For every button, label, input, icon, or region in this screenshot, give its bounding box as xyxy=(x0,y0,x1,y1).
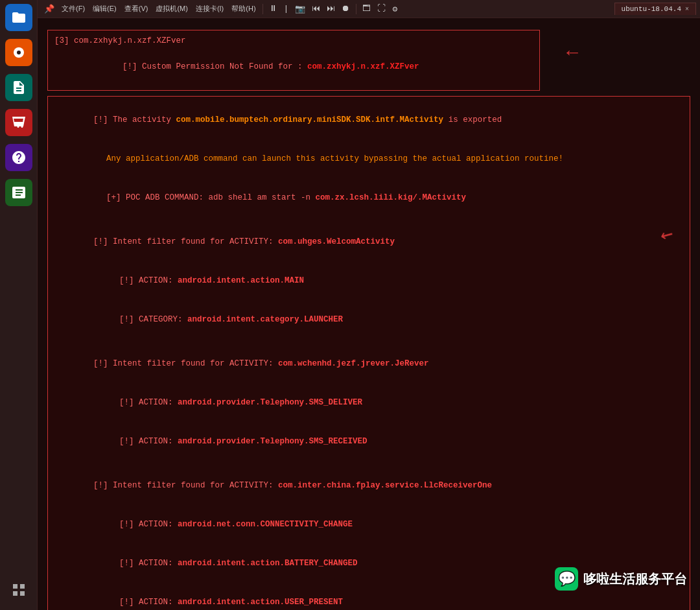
toolbar-separator xyxy=(262,4,263,14)
pause-button[interactable]: ⏸ xyxy=(266,3,280,15)
back-button[interactable]: ⏮ xyxy=(309,3,323,15)
snapshot-button[interactable]: 📷 xyxy=(292,3,308,16)
svg-point-1 xyxy=(17,51,21,54)
forward-button[interactable]: ⏭ xyxy=(324,3,338,15)
top-line1: [3] com.zxhykj.n.xzf.XZFver xyxy=(54,34,533,47)
poc-line: [+] POC ADB COMMAND: adb shell am start … xyxy=(54,178,683,217)
sidebar-icon-store[interactable] xyxy=(5,109,32,136)
sidebar xyxy=(0,0,38,610)
main-analysis-box: [!] The activity com.mobile.bumptech.ord… xyxy=(47,96,690,610)
view-menu[interactable]: 查看(V) xyxy=(121,3,152,15)
intent1-header: [!] Intent filter found for ACTIVITY: co… xyxy=(54,222,683,261)
connect-menu[interactable]: 连接卡(I) xyxy=(192,3,227,15)
record-button[interactable]: ⏺ xyxy=(339,3,353,15)
spacer3 xyxy=(54,461,683,466)
edit-menu[interactable]: 编辑(E) xyxy=(89,3,120,15)
window-button[interactable]: 🗔 xyxy=(360,3,373,15)
intent3-header: [!] Intent filter found for ACTIVITY: co… xyxy=(54,466,683,505)
main-content: 📌 文件(F) 编辑(E) 查看(V) 虚拟机(M) 连接卡(I) 帮助(H) … xyxy=(38,0,700,610)
terminal-output[interactable]: [3] com.zxhykj.n.xzf.XZFver [!] Custom P… xyxy=(38,18,700,610)
settings-button[interactable]: ⚙ xyxy=(390,3,400,16)
sidebar-icon-grid[interactable] xyxy=(5,576,32,604)
top-line2: [!] Custom Permission Not Found for : co… xyxy=(54,47,533,86)
intent2-action2: [!] ACTION: android.provider.Telephony.S… xyxy=(54,422,683,461)
sidebar-icon-doc[interactable] xyxy=(5,74,32,101)
intent1-action1: [!] ACTION: android.intent.action.MAIN xyxy=(54,261,683,300)
file-menu[interactable]: 文件(F) xyxy=(58,3,88,15)
sidebar-icon-music[interactable] xyxy=(5,39,32,66)
tab-label: ubuntu-18.04.4 xyxy=(622,5,681,13)
toolbar-sep2: | xyxy=(281,3,292,15)
intent3-action1: [!] ACTION: android.net.conn.CONNECTIVIT… xyxy=(54,505,683,544)
tab-area: ubuntu-18.04.4 × xyxy=(614,3,696,15)
fullscreen-button[interactable]: ⛶ xyxy=(375,3,388,15)
tab-close[interactable]: × xyxy=(685,6,689,13)
intent2-action1: [!] ACTION: android.provider.Telephony.S… xyxy=(54,383,683,422)
sidebar-icon-files[interactable] xyxy=(5,4,32,31)
ubuntu-tab[interactable]: ubuntu-18.04.4 × xyxy=(614,3,696,15)
wechat-icon: 💬 xyxy=(555,567,578,591)
toolbar: 📌 文件(F) 编辑(E) 查看(V) 虚拟机(M) 连接卡(I) 帮助(H) … xyxy=(38,0,700,18)
sidebar-icon-help[interactable] xyxy=(5,144,32,171)
pin-button[interactable]: 📌 xyxy=(41,3,57,16)
adb-info-line: Any application/ADB command can launch t… xyxy=(54,139,683,178)
top-section: [3] com.zxhykj.n.xzf.XZFver [!] Custom P… xyxy=(47,30,690,91)
watermark-text: 哆啦生活服务平台 xyxy=(583,570,687,588)
spacer2 xyxy=(54,339,683,344)
watermark: 💬 哆啦生活服务平台 xyxy=(555,567,687,591)
toolbar-separator2 xyxy=(356,4,356,14)
arrow-right-1: ← xyxy=(566,42,578,64)
vm-menu[interactable]: 虚拟机(M) xyxy=(152,3,191,15)
intent1-category: [!] CATEGORY: android.intent.category.LA… xyxy=(54,300,683,339)
top-line2-value: com.zxhykj.n.xzf.XZFver xyxy=(307,62,419,71)
top-line2-prefix: [!] Custom Permission Not Found for : xyxy=(103,62,307,71)
spacer1 xyxy=(54,217,683,222)
top-permission-box: [3] com.zxhykj.n.xzf.XZFver [!] Custom P… xyxy=(47,30,540,91)
sidebar-icon-terminal[interactable] xyxy=(5,179,32,206)
intent2-header: [!] Intent filter found for ACTIVITY: co… xyxy=(54,344,683,383)
help-menu[interactable]: 帮助(H) xyxy=(228,3,259,15)
activity-export-line: [!] The activity com.mobile.bumptech.ord… xyxy=(54,100,683,139)
